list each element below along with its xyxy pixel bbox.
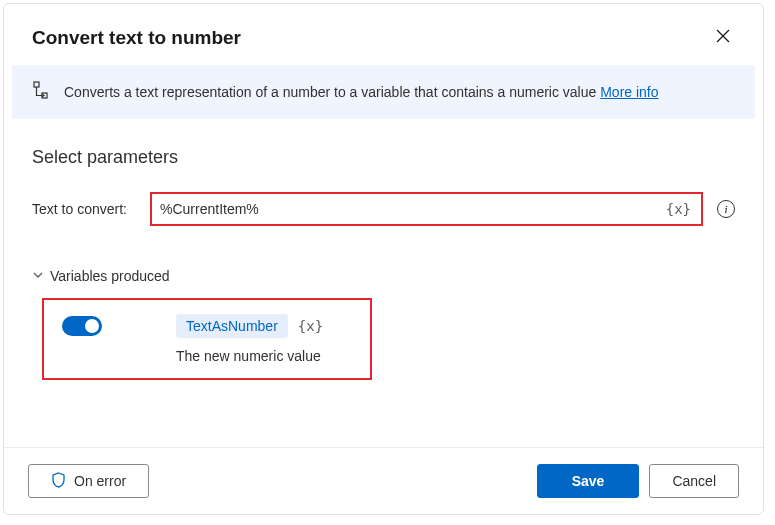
variable-output-box: TextAsNumber {x} The new numeric value xyxy=(42,298,372,380)
on-error-label: On error xyxy=(74,473,126,489)
variable-picker-icon[interactable]: {x} xyxy=(664,201,693,217)
shield-icon xyxy=(51,472,66,491)
variable-row: TextAsNumber {x} xyxy=(62,314,352,338)
save-button[interactable]: Save xyxy=(537,464,640,498)
variable-description: The new numeric value xyxy=(176,348,352,364)
convert-icon xyxy=(32,81,50,103)
variables-produced-label: Variables produced xyxy=(50,268,170,284)
dialog-header: Convert text to number xyxy=(4,4,763,65)
dialog-footer: On error Save Cancel xyxy=(4,447,763,514)
on-error-button[interactable]: On error xyxy=(28,464,149,498)
variable-name-group: TextAsNumber {x} xyxy=(176,314,325,338)
text-to-convert-label: Text to convert: xyxy=(32,201,142,217)
chevron-down-icon xyxy=(32,268,44,284)
footer-actions: Save Cancel xyxy=(537,464,739,498)
text-to-convert-row: Text to convert: {x} i xyxy=(32,192,735,226)
more-info-link[interactable]: More info xyxy=(600,84,658,100)
cancel-button[interactable]: Cancel xyxy=(649,464,739,498)
banner-description: Converts a text representation of a numb… xyxy=(64,84,600,100)
banner-text: Converts a text representation of a numb… xyxy=(64,84,659,100)
info-banner: Converts a text representation of a numb… xyxy=(12,65,755,119)
variables-produced-toggle[interactable]: Variables produced xyxy=(32,268,735,284)
close-icon xyxy=(715,28,731,44)
variable-token-icon: {x} xyxy=(296,318,325,334)
variables-produced-section: Variables produced TextAsNumber {x} The … xyxy=(32,268,735,380)
variable-enable-toggle[interactable] xyxy=(62,316,102,336)
info-icon[interactable]: i xyxy=(717,200,735,218)
content-area: Select parameters Text to convert: {x} i… xyxy=(4,119,763,447)
variable-name-chip[interactable]: TextAsNumber xyxy=(176,314,288,338)
svg-rect-0 xyxy=(34,82,39,87)
dialog-title: Convert text to number xyxy=(32,27,241,49)
parameters-section-title: Select parameters xyxy=(32,147,735,168)
close-button[interactable] xyxy=(711,24,735,51)
text-to-convert-input-wrap: {x} xyxy=(150,192,703,226)
text-to-convert-input[interactable] xyxy=(160,201,664,217)
dialog: Convert text to number Converts a text r… xyxy=(3,3,764,515)
